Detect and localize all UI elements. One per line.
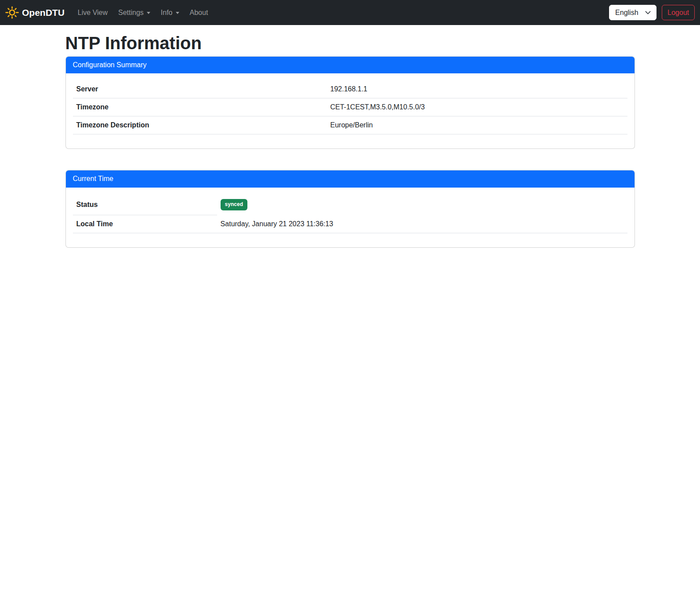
caret-down-icon (147, 12, 150, 14)
table-row: Server 192.168.1.1 (73, 80, 627, 98)
timezone-description-label: Timezone Description (73, 116, 327, 134)
configuration-summary-card-header: Configuration Summary (66, 57, 635, 73)
table-row: Timezone CET-1CEST,M3.5.0,M10.5.0/3 (73, 98, 627, 116)
configuration-summary-card-body: Server 192.168.1.1 Timezone CET-1CEST,M3… (66, 73, 635, 148)
navbar: OpenDTU Live View Settings Info About En… (0, 0, 700, 25)
brand[interactable]: OpenDTU (5, 6, 65, 19)
server-label: Server (73, 80, 327, 98)
nav-settings[interactable]: Settings (115, 5, 154, 20)
status-value-cell: synced (217, 195, 627, 215)
table-row: Status synced (73, 195, 627, 215)
table-row: Local Time Saturday, January 21 2023 11:… (73, 215, 627, 233)
nav-settings-label: Settings (118, 9, 144, 17)
status-badge: synced (221, 199, 247, 210)
language-select[interactable]: English (609, 5, 656, 20)
current-time-card-body: Status synced Local Time Saturday, Janua… (66, 188, 635, 247)
brand-label: OpenDTU (22, 7, 65, 18)
nav-live-view-label: Live View (78, 9, 108, 17)
current-time-card-header: Current Time (66, 170, 635, 187)
nav-about[interactable]: About (186, 5, 212, 20)
page-title: NTP Information (65, 33, 635, 54)
current-time-card: Current Time Status synced Local Time Sa… (65, 170, 635, 248)
logout-button[interactable]: Logout (662, 5, 695, 20)
local-time-label: Local Time (73, 215, 217, 233)
configuration-summary-table: Server 192.168.1.1 Timezone CET-1CEST,M3… (73, 80, 627, 134)
status-label: Status (73, 195, 217, 215)
main-content: NTP Information Configuration Summary Se… (65, 25, 635, 248)
sun-icon (5, 6, 19, 19)
configuration-summary-card: Configuration Summary Server 192.168.1.1… (65, 56, 635, 149)
caret-down-icon (176, 12, 179, 14)
timezone-description-value: Europe/Berlin (326, 116, 627, 134)
nav-info[interactable]: Info (157, 5, 183, 20)
nav-about-label: About (190, 9, 208, 17)
server-value: 192.168.1.1 (326, 80, 627, 98)
timezone-label: Timezone (73, 98, 327, 116)
nav-info-label: Info (161, 9, 173, 17)
timezone-value: CET-1CEST,M3.5.0,M10.5.0/3 (326, 98, 627, 116)
chevron-down-icon (645, 9, 651, 16)
current-time-table: Status synced Local Time Saturday, Janua… (73, 195, 627, 233)
table-row: Timezone Description Europe/Berlin (73, 116, 627, 134)
nav-live-view[interactable]: Live View (74, 5, 111, 20)
local-time-value: Saturday, January 21 2023 11:36:13 (217, 215, 627, 233)
language-select-value: English (615, 9, 638, 17)
